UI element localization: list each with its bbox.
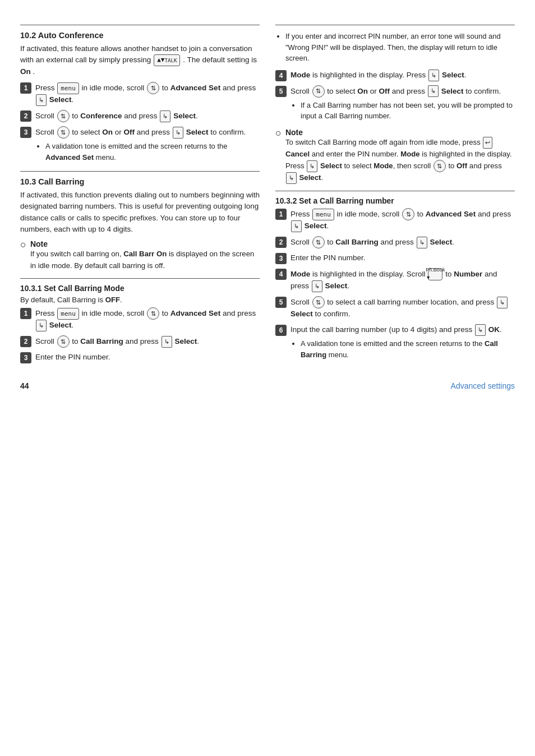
step-num-3: 3	[20, 127, 31, 138]
section-10-3-1-title: 10.3.1 Set Call Barring Mode	[20, 284, 260, 293]
default-text-10-3-1: By default, Call Barring is OFF.	[20, 296, 260, 304]
section-10-2-intro: If activated, this feature allows anothe…	[20, 43, 260, 77]
top-divider-right	[275, 25, 515, 25]
step-3-bullets: A validation tone is emitted and the scr…	[45, 141, 260, 163]
scroll-icon-10-3-1-2: ⇅	[57, 335, 70, 348]
page-layout: 10.2 Auto Conference If activated, this …	[20, 18, 515, 368]
step-num-10-3-2-5: 5	[275, 297, 287, 308]
scroll-icon-10-3-1-1: ⇅	[147, 307, 159, 320]
step-cont-4: 4 Mode is highlighted in the display. Pr…	[275, 70, 515, 81]
talk-button-icon: ▲▼TALK	[154, 54, 180, 66]
scroll-icon-10-3-2-5: ⇅	[312, 296, 325, 308]
select-icon-2: ↳	[160, 110, 170, 122]
step-num-10-3-2-4: 4	[275, 269, 287, 280]
select-icon-cont-5: ↳	[428, 85, 439, 97]
step-10-3-2-6: 6 Input the call barring number (up to 4…	[275, 324, 515, 362]
section-10-3-2-steps: 1 Press menu in idle mode, scroll ⇅ to A…	[275, 208, 515, 362]
section-10-3-2-title: 10.3.2 Set a Call Barring number	[275, 197, 515, 205]
section-10-3-1-steps: 1 Press menu in idle mode, scroll ⇅ to A…	[20, 307, 260, 363]
step-10-3-2-5: 5 Scroll ⇅ to select a call barring numb…	[275, 296, 515, 320]
step-10-3-2-6-bullets: A validation tone is emitted and the scr…	[301, 338, 515, 360]
step-3-bullet: A validation tone is emitted and the scr…	[45, 141, 260, 163]
section-10-3-2: 10.3.2 Set a Call Barring number 1 Press…	[275, 197, 515, 362]
section-10-2-steps: 1 Press menu in idle mode, scroll ⇅ to A…	[20, 82, 260, 164]
top-bullets-right: If you enter and incorrect PIN number, a…	[285, 31, 515, 64]
menu-button-icon-2: menu	[57, 308, 79, 320]
note-label-10-3: Note	[30, 239, 48, 248]
section-10-2-title: 10.2 Auto Conference	[20, 31, 260, 40]
step-10-3-2-2-content: Scroll ⇅ to Call Barring and press ↳ Sel…	[290, 236, 454, 248]
step-2: 2 Scroll ⇅ to Conference and press ↳ Sel…	[20, 110, 260, 122]
step-3-content: Scroll ⇅ to select On or Off and press ↳…	[35, 126, 260, 164]
note-block-right: ○ Note To switch Call Barring mode off a…	[275, 128, 515, 185]
note-text-10-3: If you switch call barring on, Call Barr…	[30, 250, 255, 269]
step-10-3-1-3: 3 Enter the PIN number.	[20, 352, 260, 363]
step-10-3-2-5-content: Scroll ⇅ to select a call barring number…	[290, 296, 515, 320]
section-10-3-intro: If activated, this function prevents dia…	[20, 190, 260, 235]
step-3: 3 Scroll ⇅ to select On or Off and press…	[20, 126, 260, 164]
section-10-3-title: 10.3 Call Barring	[20, 177, 260, 186]
step-num-10-3-2-1: 1	[275, 209, 287, 220]
step-cont-5-bullet: If a Call Barring number has not been se…	[301, 100, 515, 122]
col-left: 10.2 Auto Conference If activated, this …	[20, 18, 260, 368]
note-content-10-3: Note If you switch call barring on, Call…	[30, 239, 260, 271]
select-icon-10-3-2-2: ↳	[417, 237, 427, 248]
top-bullet-1: If you enter and incorrect PIN number, a…	[285, 31, 515, 64]
step-num-10-3-1-3: 3	[20, 352, 31, 363]
step-num-10-3-2-2: 2	[275, 237, 287, 248]
step-10-3-2-4-content: Mode is highlighted in the display. Scro…	[290, 268, 515, 292]
note-text-right: To switch Call Barring mode off again fr…	[285, 138, 512, 182]
note-block-10-3: ○ Note If you switch call barring on, Ca…	[20, 239, 260, 271]
page-section-label: Advanced settings	[451, 381, 515, 390]
select-icon-1: ↳	[36, 94, 47, 106]
step-num-cont-4: 4	[275, 70, 287, 81]
step-cont-5: 5 Scroll ⇅ to select On or Off and press…	[275, 85, 515, 123]
step-cont-4-content: Mode is highlighted in the display. Pres…	[290, 70, 466, 81]
step-2-content: Scroll ⇅ to Conference and press ↳ Selec…	[35, 110, 198, 122]
menu-button-icon: menu	[57, 82, 79, 94]
step-10-3-2-3: 3 Enter the PIN number.	[275, 252, 515, 264]
cancel-icon: ↩	[483, 137, 492, 149]
step-1: 1 Press menu in idle mode, scroll ⇅ to A…	[20, 82, 260, 106]
scroll-icon-2: ⇅	[57, 110, 70, 122]
page-footer: 44 Advanced settings	[20, 381, 515, 390]
step-10-3-1-1-content: Press menu in idle mode, scroll ⇅ to Adv…	[35, 307, 260, 331]
note-icon-10-3: ○	[20, 239, 26, 251]
select-icon-10-3-2-1: ↳	[291, 220, 302, 232]
step-num-10-3-1-1: 1	[20, 308, 31, 319]
select-icon-10-3-2-5: ↳	[497, 297, 508, 308]
step-10-3-2-4: 4 Mode is highlighted in the display. Sc…	[275, 268, 515, 292]
step-10-3-1-2: 2 Scroll ⇅ to Call Barring and press ↳ S…	[20, 335, 260, 348]
select-icon-10-3-2-4: ↳	[312, 280, 322, 292]
note-icon-right: ○	[275, 127, 282, 139]
step-10-3-1-3-content: Enter the PIN number.	[35, 352, 110, 363]
step-10-3-1-2-content: Scroll ⇅ to Call Barring and press ↳ Sel…	[35, 335, 199, 348]
section-10-2: 10.2 Auto Conference If activated, this …	[20, 31, 260, 164]
select-icon-10-3-1-2: ↳	[162, 336, 172, 348]
scroll-icon-3: ⇅	[57, 126, 70, 139]
phbook-icon: Ph.Book▼	[428, 268, 442, 280]
step-10-3-2-1-content: Press menu in idle mode, scroll ⇅ to Adv…	[290, 208, 515, 232]
step-cont-5-content: Scroll ⇅ to select On or Off and press ↳…	[290, 85, 515, 123]
step-10-3-2-1: 1 Press menu in idle mode, scroll ⇅ to A…	[275, 208, 515, 232]
step-10-3-2-2: 2 Scroll ⇅ to Call Barring and press ↳ S…	[275, 236, 515, 248]
step-num-1: 1	[20, 82, 31, 94]
section-10-3-1: 10.3.1 Set Call Barring Mode By default,…	[20, 284, 260, 363]
col-right: If you enter and incorrect PIN number, a…	[275, 18, 515, 368]
divider-10-3-2	[275, 191, 515, 191]
scroll-icon-cont-5: ⇅	[312, 85, 325, 98]
page-number: 44	[20, 381, 29, 390]
scroll-icon-1: ⇅	[147, 82, 159, 94]
select-icon-note-2: ↳	[286, 172, 297, 184]
step-10-3-1-1: 1 Press menu in idle mode, scroll ⇅ to A…	[20, 307, 260, 331]
section-10-3: 10.3 Call Barring If activated, this fun…	[20, 177, 260, 271]
select-icon-note: ↳	[307, 160, 317, 172]
top-divider	[20, 25, 260, 25]
step-10-3-2-6-bullet: A validation tone is emitted and the scr…	[301, 338, 515, 360]
step-10-3-2-6-content: Input the call barring number (up to 4 d…	[290, 324, 515, 362]
scroll-icon-10-3-2-2: ⇅	[312, 236, 325, 248]
scroll-icon-10-3-2-1: ⇅	[402, 208, 414, 220]
step-10-3-2-3-content: Enter the PIN number.	[290, 252, 366, 264]
step-num-10-3-2-6: 6	[275, 325, 287, 336]
menu-button-icon-3: menu	[312, 209, 334, 220]
